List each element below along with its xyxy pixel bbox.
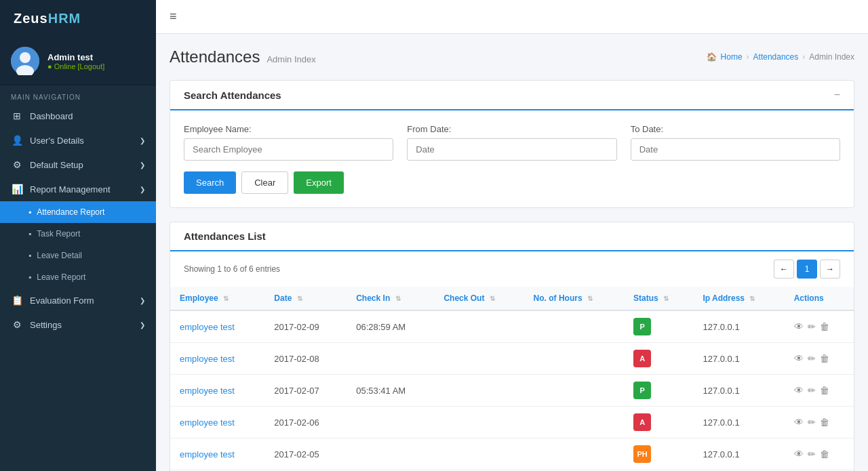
sidebar-item-label: Leave Detail [37,251,82,260]
sidebar-item-evaluation-form[interactable]: 📋 Evaluation Form ❯ [0,288,156,312]
to-date-label: To Date: [631,124,840,134]
sidebar-item-attendance-report[interactable]: ▪ Attendance Report [0,201,156,223]
sidebar-item-label: Attendance Report [37,207,104,217]
minimize-button[interactable]: − [834,89,840,101]
cell-checkin [347,343,434,375]
breadcrumb-attendances[interactable]: Attendances [753,52,799,62]
employee-link[interactable]: employee test [180,322,235,332]
cell-ip: 127.0.0.1 [693,375,784,407]
view-icon[interactable]: 👁 [794,385,804,396]
pagination-page-1[interactable]: 1 [797,260,817,279]
sidebar-item-leave-detail[interactable]: ▪ Leave Detail [0,245,156,266]
col-ip[interactable]: Ip Address ⇅ [693,287,784,310]
search-form-row: Employee Name: From Date: To Date: [184,124,840,161]
cell-date: 2017-02-07 [264,375,347,407]
employee-link[interactable]: employee test [180,386,235,396]
search-card-body: Employee Name: From Date: To Date: Searc… [170,110,854,207]
sidebar-item-users-details[interactable]: 👤 User's Details ❯ [0,128,156,152]
edit-icon[interactable]: ✏ [808,385,816,396]
sort-icon: ⇅ [395,295,401,302]
breadcrumb-home[interactable]: Home [721,52,743,62]
svg-point-1 [20,52,31,63]
col-employee[interactable]: Employee ⇅ [170,287,264,310]
delete-icon[interactable]: 🗑 [820,449,829,459]
col-checkout[interactable]: Check Out ⇅ [434,287,524,310]
table-info-bar: Showing 1 to 6 of 6 entries ← 1 → [170,251,854,287]
delete-icon[interactable]: 🗑 [820,353,829,364]
from-date-group: From Date: [407,124,616,161]
col-hours[interactable]: No. of Hours ⇅ [524,287,625,310]
page-subtitle: Admin Index [267,54,315,64]
status-badge: A [633,413,651,431]
cell-actions: 👁 ✏ 🗑 [785,438,854,470]
search-button[interactable]: Search [184,171,236,194]
cell-status: PH [624,438,693,470]
col-date[interactable]: Date ⇅ [264,287,347,310]
cell-status: P [624,310,693,343]
cell-checkin: 06:28:59 AM [347,310,434,343]
sidebar-item-default-setup[interactable]: ⚙ Default Setup ❯ [0,152,156,177]
col-checkin[interactable]: Check In ⇅ [347,287,434,310]
employee-link[interactable]: employee test [180,449,235,459]
sidebar-item-leave-report[interactable]: ▪ Leave Report [0,266,156,288]
breadcrumb-current: Admin Index [809,52,854,62]
table-row: employee test 2017-02-06 A 127.0.0.1 👁 ✏… [170,407,854,438]
sidebar-item-label: Task Report [37,229,80,239]
avatar [11,47,39,75]
view-icon[interactable]: 👁 [794,417,804,428]
sidebar-item-dashboard[interactable]: ⊞ Dashboard [0,104,156,128]
employee-name-input[interactable] [184,138,393,161]
view-icon[interactable]: 👁 [794,353,804,364]
delete-icon[interactable]: 🗑 [820,321,829,332]
table-card-header: Attendances List [170,222,854,251]
cell-date: 2017-02-09 [264,310,347,343]
sidebar-item-label: Evaluation Form [30,295,94,306]
hamburger-button[interactable]: ≡ [170,9,177,24]
sidebar-item-label: Report Management [30,184,111,194]
setup-icon: ⚙ [11,159,23,170]
status-badge: P [633,382,651,399]
edit-icon[interactable]: ✏ [808,353,816,364]
search-card-title: Search Attendances [184,89,281,101]
cell-date: 2017-02-06 [264,407,347,438]
cell-checkout [434,438,524,470]
breadcrumb-icon: 🏠 [707,52,717,62]
chevron-right-icon: ❯ [140,297,145,304]
pagination-next[interactable]: → [820,260,840,279]
edit-icon[interactable]: ✏ [808,449,816,459]
cell-checkout [434,310,524,343]
sidebar-item-report-management[interactable]: 📊 Report Management ❯ [0,177,156,201]
employee-name-label: Employee Name: [184,124,393,134]
clear-button[interactable]: Clear [241,171,288,194]
view-icon[interactable]: 👁 [794,321,804,332]
main-content: ≡ Attendances Admin Index 🏠 Home › Atten… [156,0,868,471]
cell-employee: employee test [170,343,264,375]
from-date-input[interactable] [407,138,616,161]
brand-prefix: Zeus [14,11,48,26]
table-row: employee test 2017-02-08 A 127.0.0.1 👁 ✏… [170,343,854,375]
pagination-prev[interactable]: ← [774,260,794,279]
cell-checkin: 05:53:41 AM [347,375,434,407]
edit-icon[interactable]: ✏ [808,321,816,332]
content-area: Attendances Admin Index 🏠 Home › Attenda… [156,34,868,471]
to-date-input[interactable] [631,138,840,161]
cell-employee: employee test [170,407,264,438]
dashboard-icon: ⊞ [11,110,23,121]
delete-icon[interactable]: 🗑 [820,417,829,428]
edit-icon[interactable]: ✏ [808,417,816,428]
view-icon[interactable]: 👁 [794,449,804,459]
attendances-table: Employee ⇅ Date ⇅ Check In ⇅ Check Out ⇅… [170,287,854,471]
sub-icon: ▪ [28,272,31,282]
sidebar-item-settings[interactable]: ⚙ Settings ❯ [0,312,156,337]
col-status[interactable]: Status ⇅ [624,287,693,310]
delete-icon[interactable]: 🗑 [820,385,829,396]
table-header: Employee ⇅ Date ⇅ Check In ⇅ Check Out ⇅… [170,287,854,310]
status-badge: A [633,350,651,367]
export-button[interactable]: Export [294,171,344,194]
sidebar-item-task-report[interactable]: ▪ Task Report [0,223,156,245]
employee-link[interactable]: employee test [180,354,235,364]
chevron-right-icon: ❯ [140,137,145,144]
nav-section-label: Main Navigation [0,85,156,104]
cell-actions: 👁 ✏ 🗑 [785,310,854,343]
employee-link[interactable]: employee test [180,417,235,428]
